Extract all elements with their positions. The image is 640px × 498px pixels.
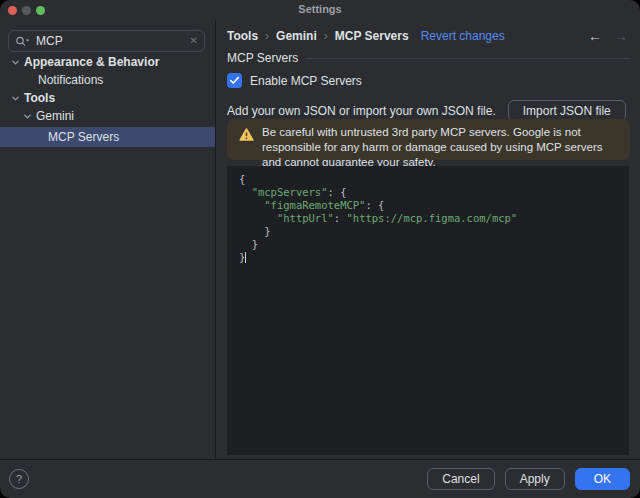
code-token: "mcpServers" <box>252 186 328 198</box>
chevron-down-icon[interactable] <box>10 94 20 103</box>
forward-arrow-icon[interactable]: → <box>614 28 628 44</box>
code-token: "figmaRemoteMCP" <box>264 199 365 211</box>
json-editor-code: { "mcpServers": { "figmaRemoteMCP": { "h… <box>239 173 617 264</box>
settings-content: Tools › Gemini › MCP Servers Revert chan… <box>216 20 640 460</box>
breadcrumb-separator: › <box>265 29 269 43</box>
help-button[interactable]: ? <box>9 469 29 489</box>
settings-sidebar: ✕ Appearance & Behavior Notifications To… <box>0 20 215 460</box>
dialog-footer: ? Cancel Apply OK <box>0 459 640 498</box>
footer-buttons: Cancel Apply OK <box>427 468 630 490</box>
breadcrumb-gemini[interactable]: Gemini <box>276 29 317 43</box>
section-title: MCP Servers <box>227 51 298 65</box>
sidebar-item-appearance-behavior[interactable]: Appearance & Behavior <box>0 53 215 71</box>
section-divider-line <box>306 58 630 59</box>
code-token <box>239 212 277 224</box>
breadcrumb-separator: › <box>324 29 328 43</box>
tree-item-label: Gemini <box>36 109 74 123</box>
cancel-button[interactable]: Cancel <box>427 468 494 490</box>
sidebar-item-mcp-servers-selected[interactable]: MCP Servers <box>0 127 215 147</box>
chevron-down-icon[interactable] <box>10 58 20 67</box>
tree-item-label: MCP Servers <box>48 130 119 144</box>
back-arrow-icon[interactable]: ← <box>588 28 602 44</box>
search-icon <box>15 35 31 47</box>
ok-button[interactable]: OK <box>575 468 630 490</box>
sidebar-item-notifications[interactable]: Notifications <box>0 71 215 89</box>
warning-triangle-icon <box>239 128 254 144</box>
code-token: "https://mcp.figma.com/mcp" <box>347 212 518 224</box>
code-token <box>239 186 252 198</box>
titlebar: Settings <box>0 0 640 20</box>
breadcrumb: Tools › Gemini › MCP Servers Revert chan… <box>227 29 505 43</box>
code-token: } <box>239 238 258 250</box>
enable-mcp-checkbox[interactable] <box>227 73 242 88</box>
apply-button[interactable]: Apply <box>505 468 565 490</box>
enable-mcp-label: Enable MCP Servers <box>250 74 362 88</box>
settings-dialog: Settings ✕ Appearance & Behavior <box>0 0 640 498</box>
code-token: } <box>239 225 271 237</box>
breadcrumb-mcp-servers[interactable]: MCP Servers <box>335 29 409 43</box>
search-input[interactable] <box>36 34 185 48</box>
breadcrumb-tools[interactable]: Tools <box>227 29 258 43</box>
code-token <box>239 199 264 211</box>
warning-text: Be careful with untrusted 3rd party MCP … <box>262 125 618 170</box>
settings-tree: Appearance & Behavior Notifications Tool… <box>0 53 215 147</box>
code-token: : { <box>328 186 347 198</box>
window-title: Settings <box>0 3 640 15</box>
warning-banner: Be careful with untrusted 3rd party MCP … <box>227 119 630 160</box>
clear-search-icon[interactable]: ✕ <box>190 36 198 46</box>
sidebar-item-tools[interactable]: Tools <box>0 89 215 107</box>
settings-search-field[interactable]: ✕ <box>8 30 205 52</box>
revert-changes-link[interactable]: Revert changes <box>421 29 505 43</box>
import-json-text: Add your own JSON or import your own JSO… <box>227 104 496 118</box>
code-token: "httpUrl" <box>277 212 334 224</box>
json-editor[interactable]: { "mcpServers": { "figmaRemoteMCP": { "h… <box>227 166 629 455</box>
help-icon: ? <box>16 473 22 485</box>
sidebar-item-gemini[interactable]: Gemini <box>0 107 215 125</box>
text-caret <box>245 252 246 263</box>
tree-item-label: Tools <box>24 91 55 105</box>
chevron-down-icon[interactable] <box>22 112 32 121</box>
code-token: : <box>334 212 347 224</box>
tree-item-label: Notifications <box>38 73 103 87</box>
enable-mcp-row: Enable MCP Servers <box>227 73 362 88</box>
tree-item-label: Appearance & Behavior <box>24 55 159 69</box>
code-token: : { <box>365 199 384 211</box>
section-header: MCP Servers <box>227 51 630 65</box>
code-token: { <box>239 173 245 185</box>
history-nav: ← → <box>588 28 628 44</box>
